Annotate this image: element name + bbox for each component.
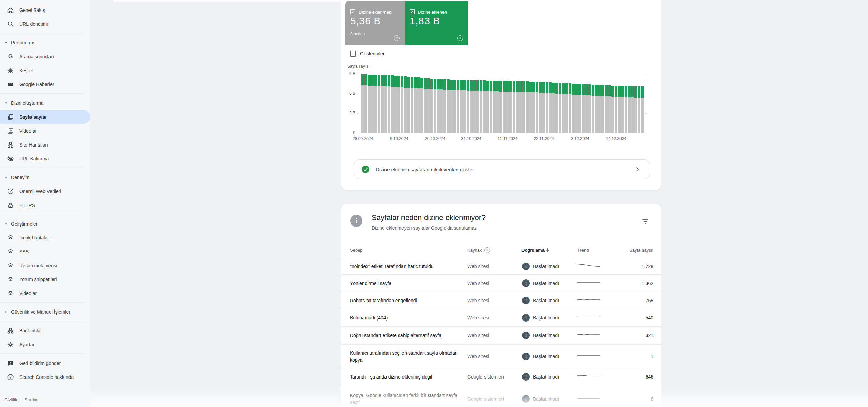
- table-row[interactable]: "noindex" etiketi tarafından hariç tutul…: [341, 258, 661, 275]
- chart-bar-indexed: [394, 76, 397, 87]
- column-header-sebep[interactable]: Sebep: [350, 248, 363, 253]
- sidebar-item-label: Arama sonuçları: [19, 54, 54, 59]
- impressions-checkbox[interactable]: Gösterimler: [350, 51, 384, 57]
- sidebar-item-label: Keşfet: [19, 68, 33, 73]
- sidebar-item-yorum-snippetleri[interactable]: Yorum snippet'leri: [0, 272, 90, 286]
- sidebar-item-geri-bildirim-gonder[interactable]: Geri bildirim gönder: [0, 356, 90, 370]
- sidebar-item-url-denetimi[interactable]: URL denetimi: [0, 17, 90, 31]
- kaynak-help-icon[interactable]: ?: [484, 247, 490, 253]
- sidebar-section-guvenlik-ve-manuel-islemler[interactable]: Güvenlik ve Manuel İşlemler: [0, 305, 90, 319]
- cell-sayfa-sayisi: 540: [646, 315, 653, 321]
- cell-sebep[interactable]: Bulunamadı (404): [350, 314, 458, 321]
- chart-bar-not-indexed: [414, 88, 417, 133]
- view-indexed-data-link[interactable]: Dizine eklenen sayfalarla ilgili veriler…: [354, 159, 650, 179]
- cell-sebep[interactable]: Kopya, Google kullanıcıdan farklı bir st…: [350, 392, 458, 406]
- checked-checkbox-icon[interactable]: ✓: [410, 9, 415, 14]
- sidebar-item-sayfa-sayisi[interactable]: Sayfa sayısı: [0, 110, 90, 124]
- sidebar-section-deneyim[interactable]: Deneyim: [0, 170, 90, 184]
- sidebar-item-kesfet[interactable]: Keşfet: [0, 63, 90, 77]
- sidebar-item-videolar[interactable]: Videolar: [0, 124, 90, 138]
- sidebar-section-dizin-olusturma[interactable]: Dizin oluşturma: [0, 96, 90, 110]
- cell-sebep[interactable]: Kullanıcı tarafından seçilen standart sa…: [350, 350, 458, 363]
- chart-bar-indexed: [480, 80, 483, 91]
- chart-bar-not-indexed: [615, 97, 618, 133]
- table-row[interactable]: Bulunamadı (404)Web sitesi!Başlatılmadı5…: [341, 309, 661, 327]
- chart-bar-indexed: [397, 76, 400, 87]
- chart-bar-not-indexed: [420, 88, 423, 133]
- table-row[interactable]: Yönlendirmeli sayfaWeb sitesi!Başlatılma…: [341, 275, 661, 292]
- sidebar-item-label: HTTPS: [19, 202, 35, 208]
- sidebar-item-search-console-hakkinda[interactable]: Search Console hakkında: [0, 370, 90, 384]
- metric-chip-not-indexed[interactable]: ✓ Dizine eklenmedi 5,36 B 8 neden ?: [345, 1, 405, 45]
- chart-bar-not-indexed: [601, 96, 605, 133]
- privacy-link[interactable]: Gizlilik: [4, 397, 17, 402]
- chevron-right-icon[interactable]: [634, 166, 641, 173]
- chart-bar-not-indexed: [371, 86, 374, 133]
- column-header-kaynak[interactable]: Kaynak: [467, 248, 482, 253]
- help-icon[interactable]: ?: [394, 35, 400, 41]
- column-header-sayfa-sayisi[interactable]: Sayfa sayısı: [610, 248, 653, 253]
- chart-bar-not-indexed: [443, 90, 447, 133]
- sidebar-item-videolar-gelistirmeler[interactable]: Videolar: [0, 286, 90, 300]
- column-header-trend[interactable]: Trend: [577, 248, 589, 253]
- help-icon[interactable]: ?: [457, 35, 463, 41]
- view-indexed-data-label: Dizine eklenen sayfalarla ilgili veriler…: [376, 167, 474, 172]
- sidebar-item-label: SSS: [19, 249, 29, 254]
- sidebar-item-ayarlar[interactable]: Ayarlar: [0, 337, 90, 351]
- chart-bar-indexed: [582, 84, 585, 95]
- cell-trend: [577, 263, 600, 270]
- chart-bar-indexed: [509, 81, 512, 92]
- dogrulama-status-label: Başlatılmadı: [533, 333, 559, 338]
- sidebar-item-google-haberler[interactable]: Google Haberler: [0, 77, 90, 91]
- terms-link[interactable]: Şartlar: [25, 397, 38, 402]
- chart-bar-indexed: [407, 77, 410, 88]
- x-axis-tick-label: 3.12.2024: [565, 136, 595, 141]
- sidebar-item-onemli-web-verileri[interactable]: Önemli Web Verileri: [0, 184, 90, 198]
- sidebar-section-gelistirmeler[interactable]: Geliştirmeler: [0, 217, 90, 231]
- sidebar-item-url-kaldirma[interactable]: URL Kaldırma: [0, 152, 90, 166]
- table-row[interactable]: Kullanıcı tarafından seçilen standart sa…: [341, 345, 661, 368]
- table-row[interactable]: Tarandı - şu anda dizine eklenmiş değilG…: [341, 368, 661, 385]
- table-row[interactable]: Robots.txt tarafından engellendiWeb site…: [341, 292, 661, 309]
- filter-icon[interactable]: [640, 216, 650, 227]
- sidebar-item-resim-meta-verisi[interactable]: Resim meta verisi: [0, 258, 90, 272]
- cell-sebep[interactable]: Yönlendirmeli sayfa: [350, 280, 458, 287]
- sidebar-nav: Genel BakışURL denetimiPerformansGArama …: [0, 0, 90, 384]
- chart-bar-not-indexed: [569, 94, 572, 133]
- cell-sebep[interactable]: "noindex" etiketi tarafından hariç tutul…: [350, 263, 458, 270]
- table-row[interactable]: Doğru standart etikete sahip alternatif …: [341, 327, 661, 345]
- sidebar-item-site-haritalari[interactable]: Site Haritaları: [0, 138, 90, 152]
- sidebar-divider: [0, 168, 85, 168]
- metric-chip-indexed[interactable]: ✓ Dizine eklenen 1,83 B ?: [405, 1, 468, 45]
- chart-bar-indexed: [526, 81, 529, 92]
- chart-bar-indexed: [513, 81, 516, 92]
- sidebar-item-icerik-haritalari[interactable]: İçerik haritaları: [0, 231, 90, 245]
- sidebar-divider: [0, 353, 85, 354]
- chart-bar-indexed: [450, 80, 453, 90]
- cell-kaynak: Web sitesi: [467, 298, 489, 303]
- cell-sebep[interactable]: Robots.txt tarafından engellendi: [350, 297, 458, 304]
- checked-checkbox-icon[interactable]: ✓: [350, 9, 355, 14]
- chart-bar-indexed: [601, 85, 605, 96]
- cell-sebep[interactable]: Tarandı - şu anda dizine eklenmiş değil: [350, 373, 458, 380]
- dogrulama-status-label: Başlatılmadı: [533, 280, 559, 286]
- chart-bar-not-indexed: [513, 92, 516, 133]
- chart-bar-indexed: [401, 76, 404, 87]
- sidebar-item-arama-sonuclari[interactable]: GArama sonuçları: [0, 50, 90, 63]
- sort-descending-icon[interactable]: [545, 247, 551, 253]
- table-row[interactable]: Kopya, Google kullanıcıdan farklı bir st…: [341, 385, 661, 407]
- sidebar-section-performans[interactable]: Performans: [0, 36, 90, 50]
- search-console-page: Genel BakışURL denetimiPerformansGArama …: [0, 0, 868, 407]
- sidebar-item-genel-bakis[interactable]: Genel Bakış: [0, 3, 90, 17]
- chart-bar-not-indexed: [611, 97, 614, 133]
- sidebar-item-https[interactable]: HTTPS: [0, 198, 90, 212]
- chart-bar-indexed: [434, 79, 437, 89]
- chart-bar-indexed: [595, 85, 598, 96]
- sidebar-item-baglantilar[interactable]: Bağlantılar: [0, 324, 90, 337]
- column-header-dogrulama[interactable]: Doğrulama: [521, 248, 545, 253]
- sidebar-item-sss[interactable]: SSS: [0, 245, 90, 258]
- cell-sebep[interactable]: Doğru standart etikete sahip alternatif …: [350, 332, 458, 339]
- sidebar-item-label: Geliştirmeler: [11, 221, 38, 227]
- unchecked-checkbox-icon[interactable]: [350, 51, 356, 57]
- dogrulama-status-label: Başlatılmadı: [533, 264, 559, 269]
